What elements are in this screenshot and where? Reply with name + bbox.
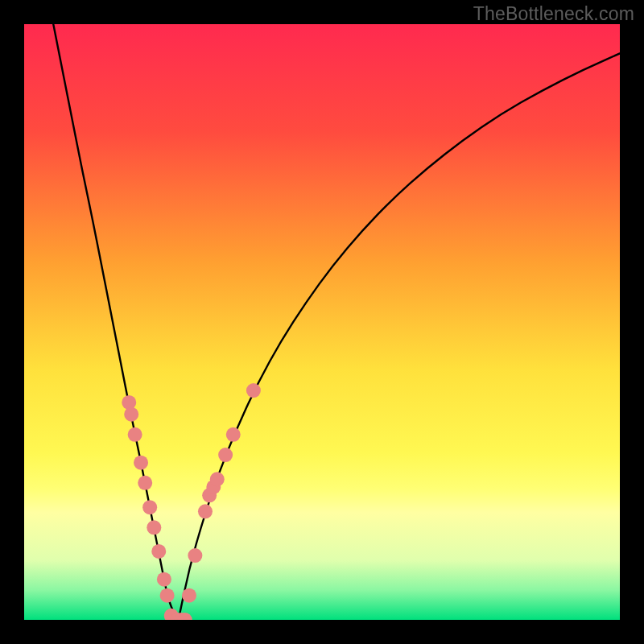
data-point	[134, 456, 148, 470]
watermark-text: TheBottleneck.com	[473, 3, 634, 25]
data-point	[226, 427, 241, 442]
data-point	[157, 572, 171, 587]
data-point	[160, 588, 175, 603]
data-point	[210, 472, 225, 486]
data-point	[188, 548, 202, 563]
plot-area	[24, 24, 620, 620]
data-point	[138, 476, 152, 490]
data-point	[198, 504, 213, 518]
data-point	[246, 383, 261, 398]
curve-layer	[24, 24, 620, 620]
data-point	[151, 544, 166, 559]
data-point	[124, 407, 138, 422]
data-point	[142, 500, 157, 514]
data-point	[147, 520, 161, 535]
data-point	[218, 448, 233, 462]
marker-group	[122, 383, 261, 620]
data-point	[182, 588, 196, 603]
curve-right-branch	[179, 50, 620, 620]
data-point	[122, 395, 136, 410]
chart-frame: TheBottleneck.com	[0, 0, 644, 644]
data-point	[128, 427, 142, 442]
